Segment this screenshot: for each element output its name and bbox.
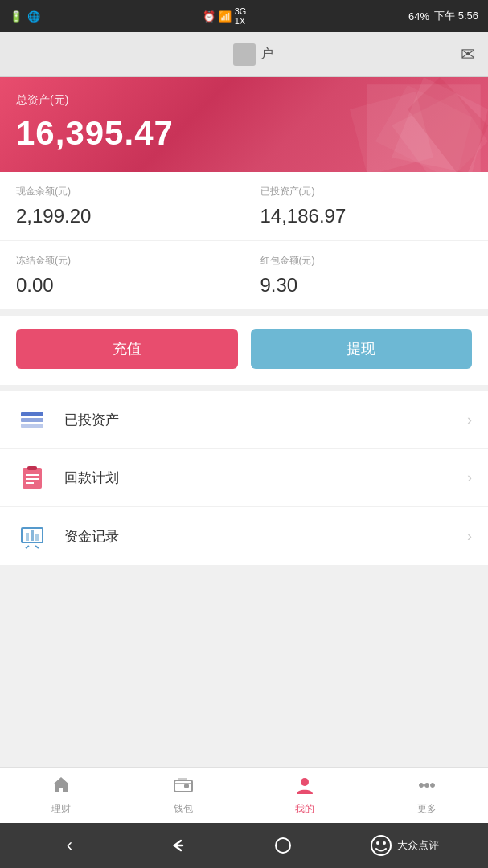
layers-icon bbox=[16, 404, 48, 436]
nav-item-wallet[interactable]: 钱包 bbox=[122, 768, 244, 823]
status-center: ⏰ 📶 3G1X bbox=[203, 6, 247, 26]
stat-frozen-label: 冻结金额(元) bbox=[16, 254, 228, 268]
recharge-button[interactable]: 充值 bbox=[16, 329, 238, 369]
stat-frozen-value: 0.00 bbox=[16, 274, 228, 297]
menu-item-records[interactable]: 资金记录 › bbox=[0, 507, 488, 565]
account-label: 户 bbox=[260, 46, 273, 63]
user-icon bbox=[294, 775, 315, 799]
bottom-nav: 理财 钱包 我的 bbox=[0, 767, 488, 823]
spacer bbox=[0, 571, 488, 588]
alarm-icon: ⏰ bbox=[203, 10, 215, 23]
balance-label: 总资产(元) bbox=[16, 93, 472, 108]
android-back-arrow[interactable] bbox=[156, 829, 196, 862]
status-right: 64% 下午 5:56 bbox=[408, 9, 478, 23]
wifi-icon: 📶 bbox=[219, 10, 232, 23]
battery-percent: 64% bbox=[408, 10, 429, 23]
menu-label-repayment: 回款计划 bbox=[64, 469, 467, 487]
action-buttons: 充值 提现 bbox=[0, 316, 488, 391]
menu-label-invested: 已投资产 bbox=[64, 411, 467, 429]
svg-point-30 bbox=[371, 836, 391, 855]
menu-arrow-repayment: › bbox=[467, 469, 472, 486]
svg-rect-6 bbox=[21, 412, 43, 416]
svg-line-18 bbox=[35, 546, 39, 548]
withdraw-button[interactable]: 提现 bbox=[251, 329, 473, 369]
balance-banner: 总资产(元) 16,395.47 bbox=[0, 77, 488, 172]
menu-arrow-records: › bbox=[467, 528, 472, 545]
globe-icon: 🌐 bbox=[27, 10, 40, 23]
nav-label-mine: 我的 bbox=[295, 802, 314, 816]
mail-icon[interactable]: ✉ bbox=[461, 44, 475, 65]
nav-item-mine[interactable]: 我的 bbox=[244, 768, 367, 823]
stat-invested-label: 已投资产(元) bbox=[260, 185, 473, 199]
stat-redpacket-label: 红包金额(元) bbox=[260, 254, 473, 268]
more-icon bbox=[416, 775, 437, 799]
app-header: 户 ✉ bbox=[0, 32, 488, 77]
clipboard-icon bbox=[16, 462, 48, 494]
android-bar: ‹ 大众点评 bbox=[0, 823, 488, 868]
chart-icon bbox=[16, 520, 48, 552]
dianping-text: 大众点评 bbox=[397, 838, 439, 853]
menu-item-repayment[interactable]: 回款计划 › bbox=[0, 449, 488, 507]
balance-amount: 16,395.47 bbox=[16, 114, 472, 153]
svg-marker-3 bbox=[408, 77, 488, 172]
svg-rect-16 bbox=[35, 534, 39, 541]
svg-line-17 bbox=[26, 546, 29, 548]
svg-point-32 bbox=[383, 841, 386, 845]
stat-invested-value: 14,186.97 bbox=[260, 205, 473, 227]
stat-redpacket: 红包金额(元) 9.30 bbox=[244, 241, 489, 309]
home-icon bbox=[51, 775, 72, 799]
stat-frozen: 冻结金额(元) 0.00 bbox=[0, 241, 244, 309]
clock: 下午 5:56 bbox=[434, 9, 478, 23]
svg-rect-19 bbox=[174, 780, 192, 792]
dianping-logo: 大众点评 bbox=[370, 834, 439, 857]
menu-list: 已投资产 › 回款计划 › bbox=[0, 391, 488, 565]
stat-cash-balance: 现金余额(元) 2,199.20 bbox=[0, 172, 244, 241]
menu-arrow-invested: › bbox=[467, 411, 472, 428]
svg-rect-8 bbox=[27, 466, 37, 470]
svg-marker-1 bbox=[392, 93, 488, 172]
svg-rect-29 bbox=[276, 838, 290, 853]
stat-cash-value: 2,199.20 bbox=[16, 205, 228, 227]
nav-label-more: 更多 bbox=[417, 802, 437, 816]
status-bar: 🔋 🌐 ⏰ 📶 3G1X 64% 下午 5:56 bbox=[0, 0, 488, 32]
svg-point-31 bbox=[376, 841, 379, 845]
menu-item-invested[interactable]: 已投资产 › bbox=[0, 391, 488, 449]
svg-rect-20 bbox=[184, 784, 189, 788]
battery-icon: 🔋 bbox=[10, 10, 23, 23]
nav-label-licai: 理财 bbox=[51, 802, 71, 816]
nav-item-licai[interactable]: 理财 bbox=[0, 768, 122, 823]
stat-redpacket-value: 9.30 bbox=[260, 274, 473, 297]
android-home-btn[interactable] bbox=[263, 829, 303, 862]
nav-item-more[interactable]: 更多 bbox=[366, 768, 488, 823]
wallet-icon bbox=[173, 775, 194, 799]
svg-marker-0 bbox=[392, 77, 488, 172]
avatar bbox=[233, 43, 256, 66]
svg-rect-5 bbox=[21, 418, 43, 422]
svg-point-22 bbox=[301, 778, 309, 786]
android-back-btn[interactable]: ‹ bbox=[49, 829, 89, 862]
stat-invested: 已投资产(元) 14,186.97 bbox=[244, 172, 489, 241]
network-label: 3G1X bbox=[235, 6, 247, 26]
header-title: 户 bbox=[233, 43, 273, 66]
svg-rect-21 bbox=[178, 778, 187, 781]
status-left: 🔋 🌐 bbox=[10, 10, 40, 23]
svg-rect-15 bbox=[31, 530, 34, 541]
svg-marker-2 bbox=[375, 85, 472, 172]
stats-grid: 现金余额(元) 2,199.20 已投资产(元) 14,186.97 冻结金额(… bbox=[0, 172, 488, 316]
nav-label-wallet: 钱包 bbox=[174, 802, 193, 816]
stat-cash-label: 现金余额(元) bbox=[16, 185, 228, 199]
svg-rect-14 bbox=[26, 533, 29, 541]
svg-rect-4 bbox=[21, 424, 43, 428]
menu-label-records: 资金记录 bbox=[64, 527, 467, 546]
